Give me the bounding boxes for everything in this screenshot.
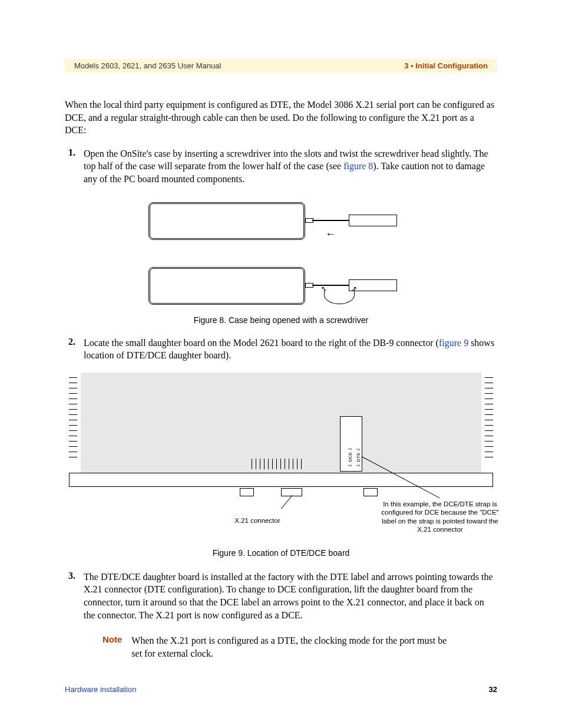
note-block: Note When the X.21 port is configured as… xyxy=(103,634,450,660)
x21-connector-label: X.21 connector xyxy=(231,516,284,525)
figure-9-diagram: ⇩ DCE ⇩ ⇩ DTE ⇩ X.21 connector In this e… xyxy=(69,370,493,541)
figure-8-link[interactable]: figure 8 xyxy=(343,161,373,171)
intro-paragraph: When the local third party equipment is … xyxy=(65,98,497,137)
step-text-2: Locate the small daughter board on the M… xyxy=(84,337,497,362)
step-text-3: The DTE/DCE daughter board is installed … xyxy=(84,571,497,621)
step-number-3: 3. xyxy=(65,571,75,621)
figure-8-caption: Figure 8. Case being opened with a screw… xyxy=(65,315,497,325)
footer-section: Hardware installation xyxy=(65,685,136,694)
dce-label: ⇩ DCE ⇩ xyxy=(348,446,353,467)
header-chapter-title: 3 • Initial Configuration xyxy=(404,61,488,70)
header-manual-title: Models 2603, 2621, and 2635 User Manual xyxy=(74,61,221,70)
figure-9-caption: Figure 9. Location of DTE/DCE board xyxy=(65,548,497,558)
step-number-1: 1. xyxy=(65,147,75,186)
footer-page-number: 32 xyxy=(489,685,497,694)
step-number-2: 2. xyxy=(65,337,75,362)
dte-label: ⇩ DTE ⇩ xyxy=(356,447,361,467)
page-footer: Hardware installation 32 xyxy=(65,685,497,694)
dce-dte-annotation: In this example, the DCE/DTE strap is co… xyxy=(381,500,499,534)
step-text-1: Open the OnSite's case by inserting a sc… xyxy=(84,147,497,186)
page-header: Models 2603, 2621, and 2635 User Manual … xyxy=(65,59,497,73)
figure-8-diagram: ← ↖ ↗ xyxy=(148,202,414,308)
step2-before: Locate the small daughter board on the M… xyxy=(84,338,439,348)
figure-9-link[interactable]: figure 9 xyxy=(439,338,468,348)
note-label: Note xyxy=(103,634,122,660)
note-text: When the X.21 port is configured as a DT… xyxy=(131,634,450,660)
daughter-board: ⇩ DCE ⇩ ⇩ DTE ⇩ xyxy=(340,416,362,472)
